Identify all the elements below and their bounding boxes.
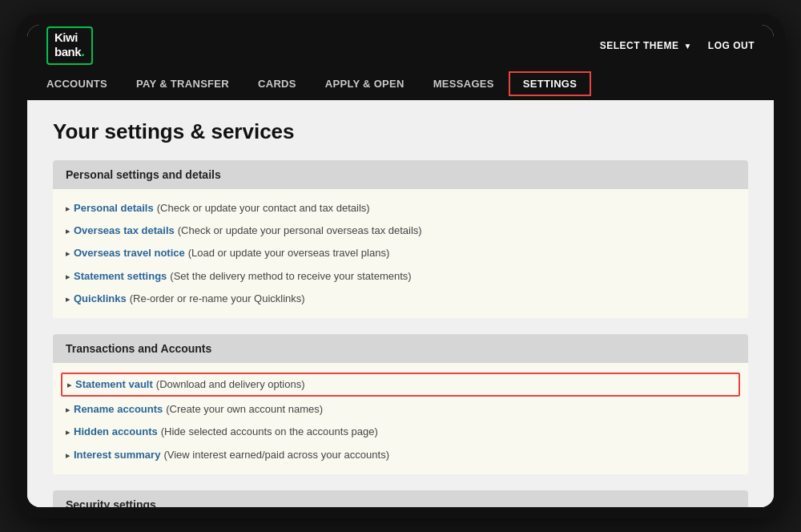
personal-settings-items: ▸ Personal details (Check or update your… bbox=[53, 189, 748, 318]
logo-bank: bank. bbox=[54, 44, 85, 60]
arrow-icon: ▸ bbox=[66, 248, 70, 260]
list-item: ▸ Interest summary (View interest earned… bbox=[66, 444, 735, 466]
quicklinks-link[interactable]: Quicklinks bbox=[74, 292, 127, 306]
personal-details-desc: (Check or update your contact and tax de… bbox=[157, 201, 370, 216]
nav-item-pay-transfer[interactable]: PAY & TRANSFER bbox=[122, 70, 244, 98]
rename-accounts-link[interactable]: Rename accounts bbox=[74, 402, 163, 417]
arrow-icon: ▸ bbox=[66, 293, 70, 305]
logo-area: Kiwi bank. bbox=[46, 26, 93, 65]
overseas-tax-desc: (Check or update your personal overseas … bbox=[178, 224, 422, 238]
interest-summary-desc: (View interest earned/paid across your a… bbox=[163, 448, 389, 462]
nav-item-messages[interactable]: MESSAGES bbox=[419, 70, 509, 98]
nav-item-apply-open[interactable]: APPLY & OPEN bbox=[311, 70, 419, 98]
arrow-icon: ▸ bbox=[66, 203, 70, 215]
interest-summary-link[interactable]: Interest summary bbox=[74, 448, 160, 462]
transactions-items: ▸ Statement vault (Download and delivery… bbox=[53, 363, 748, 474]
logo-box: Kiwi bank. bbox=[46, 26, 93, 65]
logo-kiwi: Kiwi bbox=[54, 31, 78, 45]
statement-vault-link[interactable]: Statement vault bbox=[75, 377, 153, 392]
chevron-down-icon: ▼ bbox=[683, 42, 691, 50]
nav-item-accounts[interactable]: ACCOUNTS bbox=[46, 70, 122, 98]
tablet-screen: Kiwi bank. SELECT THEME ▼ LOG OUT ACCOUN… bbox=[27, 25, 774, 507]
list-item: ▸ Hidden accounts (Hide selected account… bbox=[66, 421, 735, 443]
overseas-travel-link[interactable]: Overseas travel notice bbox=[74, 246, 185, 260]
logo-dot: . bbox=[81, 43, 85, 59]
list-item: ▸ Statement settings (Set the delivery m… bbox=[66, 265, 735, 288]
security-header: Security settings bbox=[53, 490, 748, 507]
quicklinks-desc: (Re-order or re-name your Quicklinks) bbox=[130, 292, 305, 306]
arrow-icon: ▸ bbox=[66, 271, 70, 283]
personal-details-link[interactable]: Personal details bbox=[74, 201, 154, 216]
transactions-header: Transactions and Accounts bbox=[53, 334, 748, 363]
arrow-icon: ▸ bbox=[66, 225, 70, 237]
hidden-accounts-desc: (Hide selected accounts on the accounts … bbox=[161, 425, 378, 439]
list-item: ▸ Overseas travel notice (Load or update… bbox=[66, 242, 735, 264]
statement-vault-desc: (Download and delivery options) bbox=[156, 377, 305, 392]
list-item: ▸ Statement vault (Download and delivery… bbox=[61, 373, 740, 397]
arrow-icon: ▸ bbox=[66, 404, 70, 416]
rename-accounts-desc: (Create your own account names) bbox=[166, 402, 323, 417]
main-content: Your settings & services Personal settin… bbox=[27, 100, 774, 507]
nav-item-settings[interactable]: SETTINGS bbox=[509, 71, 591, 96]
tablet-frame: Kiwi bank. SELECT THEME ▼ LOG OUT ACCOUN… bbox=[16, 14, 785, 518]
list-item: ▸ Overseas tax details (Check or update … bbox=[66, 220, 735, 242]
arrow-icon: ▸ bbox=[67, 379, 72, 391]
personal-settings-section: Personal settings and details ▸ Personal… bbox=[53, 160, 748, 318]
list-item: ▸ Quicklinks (Re-order or re-name your Q… bbox=[66, 288, 735, 310]
top-bar: Kiwi bank. SELECT THEME ▼ LOG OUT bbox=[27, 25, 774, 66]
transactions-section: Transactions and Accounts ▸ Statement va… bbox=[53, 334, 748, 474]
arrow-icon: ▸ bbox=[66, 449, 70, 461]
statement-settings-desc: (Set the delivery method to receive your… bbox=[170, 269, 411, 284]
arrow-icon: ▸ bbox=[66, 426, 70, 438]
list-item: ▸ Rename accounts (Create your own accou… bbox=[66, 398, 735, 421]
overseas-tax-link[interactable]: Overseas tax details bbox=[74, 224, 175, 238]
personal-settings-header: Personal settings and details bbox=[53, 160, 748, 189]
top-right-actions: SELECT THEME ▼ LOG OUT bbox=[600, 40, 755, 51]
select-theme-button[interactable]: SELECT THEME ▼ bbox=[600, 40, 692, 51]
page-title: Your settings & services bbox=[53, 119, 748, 144]
statement-settings-link[interactable]: Statement settings bbox=[74, 269, 167, 284]
logout-button[interactable]: LOG OUT bbox=[708, 40, 755, 51]
hidden-accounts-link[interactable]: Hidden accounts bbox=[74, 425, 158, 439]
security-section: Security settings ▸ KeepSafe (Manage you… bbox=[53, 490, 748, 507]
select-theme-label: SELECT THEME bbox=[600, 40, 679, 51]
list-item: ▸ Personal details (Check or update your… bbox=[66, 197, 735, 220]
overseas-travel-desc: (Load or update your overseas travel pla… bbox=[188, 246, 389, 260]
nav-item-cards[interactable]: CARDS bbox=[244, 70, 311, 98]
nav-bar: ACCOUNTS PAY & TRANSFER CARDS APPLY & OP… bbox=[27, 66, 774, 100]
